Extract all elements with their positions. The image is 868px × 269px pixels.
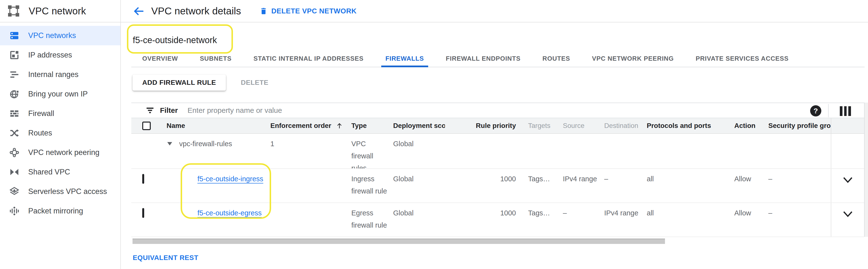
equivalent-rest-link[interactable]: EQUIVALENT REST <box>133 254 198 262</box>
action-value: Allow <box>734 203 768 237</box>
sidebar-item-internal-ranges[interactable]: Internal ranges <box>0 65 120 84</box>
sidebar-item-vpc-networks[interactable]: VPC networks <box>0 26 120 45</box>
delete-vpc-network-button[interactable]: DELETE VPC NETWORK <box>260 6 357 16</box>
rule-priority-value: 1000 <box>445 203 518 237</box>
firewall-icon <box>9 108 20 119</box>
column-header-targets[interactable]: Targets <box>518 118 563 133</box>
trash-icon <box>260 6 268 16</box>
rule-priority-value: 1000 <box>445 169 518 203</box>
add-firewall-rule-button[interactable]: ADD FIREWALL RULE <box>132 75 226 91</box>
row-checkbox-cell <box>131 169 166 203</box>
internal-ranges-icon <box>9 69 20 80</box>
filter-label: Filter <box>160 106 178 114</box>
filter-bar: Filter ? <box>131 103 864 118</box>
sidebar-item-routes[interactable]: Routes <box>0 123 120 143</box>
filter-input[interactable] <box>187 106 864 114</box>
column-header-protocols-and-ports[interactable]: Protocols and ports <box>647 118 734 133</box>
vpc-networks-icon <box>9 30 20 41</box>
column-header-name[interactable]: Name <box>166 118 270 133</box>
destination-value <box>604 134 647 168</box>
sidebar-item-label: Internal ranges <box>28 70 79 79</box>
column-header-source[interactable]: Source <box>563 118 604 133</box>
sidebar-item-packet-mirroring[interactable]: Packet mirroring <box>0 201 120 221</box>
firewall-rules-table: Filter ? Name Enforcement order Type Dep… <box>131 103 865 237</box>
routes-icon <box>9 128 20 139</box>
row-checkbox[interactable] <box>142 174 144 184</box>
expand-cell <box>831 203 864 237</box>
vpc-network-logo-icon <box>7 5 21 17</box>
sidebar-item-shared-vpc[interactable]: Shared VPC <box>0 162 120 182</box>
group-name-cell: vpc-firewall-rules <box>166 134 270 168</box>
shared-vpc-icon <box>9 166 20 178</box>
expand-column-header <box>831 118 864 133</box>
tab-firewalls[interactable]: FIREWALLS <box>374 50 435 67</box>
app-title: VPC network <box>29 6 86 17</box>
sidebar-nav: VPC networks IP addresses <box>0 26 120 221</box>
tab-subnets[interactable]: SUBNETS <box>189 50 243 67</box>
firewall-rule-link-ingress[interactable]: f5-ce-outside-ingress <box>197 173 263 185</box>
delete-rule-button[interactable]: DELETE <box>241 79 269 86</box>
sidebar-item-label: Routes <box>28 129 52 137</box>
tab-vpc-network-peering[interactable]: VPC NETWORK PEERING <box>581 50 685 67</box>
back-arrow-button[interactable] <box>133 5 145 17</box>
column-header-deployment-scope[interactable]: Deployment scope <box>393 118 445 133</box>
table-row-egress: f5-ce-outside-egress Egress firewall rul… <box>131 203 864 237</box>
delete-vpc-network-label: DELETE VPC NETWORK <box>271 7 357 15</box>
protocols-value: all <box>647 169 734 203</box>
horizontal-scrollbar-thumb[interactable] <box>132 239 665 244</box>
serverless-vpc-access-icon <box>9 186 20 197</box>
firewall-rule-link-egress[interactable]: f5-ce-outside-egress <box>197 207 261 219</box>
sidebar: VPC network VPC networks <box>0 0 121 269</box>
column-header-action[interactable]: Action <box>734 118 768 133</box>
packet-mirroring-icon <box>9 206 20 217</box>
row-checkbox[interactable] <box>142 208 144 218</box>
sidebar-item-bring-your-own-ip[interactable]: Bring your own IP <box>0 84 120 104</box>
enforcement-order-value: 1 <box>270 134 351 168</box>
column-header-enforcement-order[interactable]: Enforcement order <box>270 118 351 133</box>
column-header-rule-priority[interactable]: Rule priority <box>445 118 518 133</box>
column-header-destination[interactable]: Destination <box>604 118 647 133</box>
sidebar-item-label: Packet mirroring <box>28 207 83 215</box>
row-checkbox-cell <box>131 134 166 168</box>
sort-ascending-icon <box>336 122 343 129</box>
tab-routes[interactable]: ROUTES <box>531 50 581 67</box>
sidebar-item-label: VPC networks <box>28 31 76 40</box>
table-header-row: Name Enforcement order Type Deployment s… <box>131 118 864 134</box>
tab-bar: OVERVIEW SUBNETS STATIC INTERNAL IP ADDR… <box>131 50 865 67</box>
source-value: IPv4 range <box>563 169 604 203</box>
sidebar-item-label: Bring your own IP <box>28 90 88 99</box>
deployment-scope-value: Global <box>393 169 445 203</box>
page-title: VPC network details <box>151 5 241 17</box>
firewall-actions: ADD FIREWALL RULE DELETE <box>132 75 269 91</box>
tab-static-internal-ip-addresses[interactable]: STATIC INTERNAL IP ADDRESSES <box>242 50 374 67</box>
tab-overview[interactable]: OVERVIEW <box>131 50 189 67</box>
sidebar-item-label: VPC network peering <box>28 148 99 157</box>
row-checkbox-cell <box>131 203 166 237</box>
type-value: Egress firewall rule <box>351 203 393 237</box>
protocols-value <box>647 134 734 168</box>
source-value <box>563 134 604 168</box>
targets-value: Tags… <box>518 203 563 237</box>
column-display-options-icon[interactable] <box>840 106 851 116</box>
tab-private-services-access[interactable]: PRIVATE SERVICES ACCESS <box>685 50 800 67</box>
column-header-type[interactable]: Type <box>351 118 393 133</box>
group-name: vpc-firewall-rules <box>179 138 232 150</box>
action-value <box>734 134 768 168</box>
security-profile-value: – <box>768 169 831 203</box>
select-all-checkbox[interactable] <box>142 122 151 130</box>
table-row-ingress: f5-ce-outside-ingress Ingress firewall r… <box>131 169 864 203</box>
expand-row-chevron-icon[interactable] <box>843 211 853 218</box>
tab-firewall-endpoints[interactable]: FIREWALL ENDPOINTS <box>435 50 532 67</box>
vertical-scrollbar-track[interactable] <box>865 103 868 237</box>
sidebar-item-vpc-network-peering[interactable]: VPC network peering <box>0 143 120 162</box>
sidebar-item-serverless-vpc-access[interactable]: Serverless VPC access <box>0 182 120 201</box>
collapse-group-icon[interactable] <box>166 141 173 146</box>
sidebar-item-firewall[interactable]: Firewall <box>0 104 120 123</box>
sidebar-item-ip-addresses[interactable]: IP addresses <box>0 45 120 65</box>
column-header-security-profile-group[interactable]: Security profile group <box>768 118 831 133</box>
help-icon[interactable]: ? <box>810 105 821 116</box>
deployment-scope-value: Global <box>393 134 445 168</box>
filter-icon[interactable] <box>145 106 155 114</box>
expand-row-chevron-icon[interactable] <box>843 177 853 184</box>
expand-cell <box>831 134 864 168</box>
